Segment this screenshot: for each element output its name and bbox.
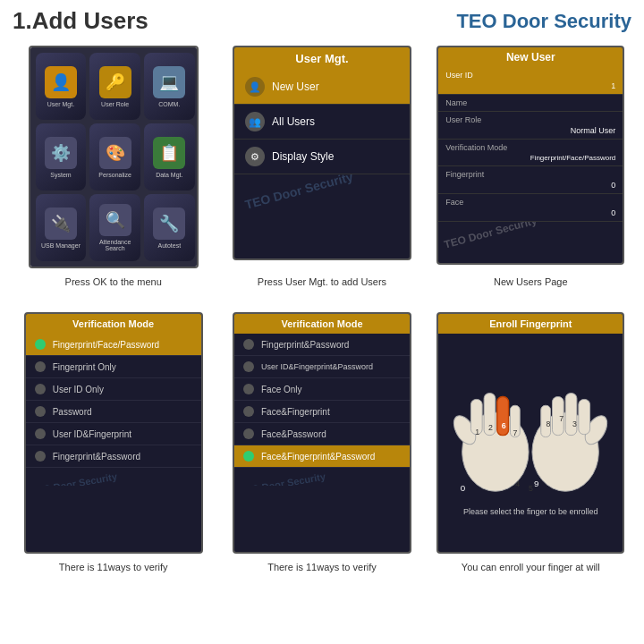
icon-user-role[interactable]: 🔑User Role [89,53,140,120]
enroll-header: Enroll Fingerprint [438,314,623,334]
verify-item-face-only[interactable]: Face Only [234,378,410,401]
caption-r2c3: You can enroll your finger at will [427,559,635,581]
svg-text:7: 7 [513,428,518,437]
icon-user-mgt.[interactable]: 👤User Mgt. [36,53,87,120]
svg-text:0: 0 [461,483,466,493]
svg-text:6: 6 [502,421,506,430]
menu-item-displaystyle[interactable]: ⚙ Display Style [234,140,410,174]
caption-r1c3: New Users Page [427,274,635,296]
verify-label: Password [53,407,92,417]
screen-enroll: Enroll Fingerprint [436,312,624,554]
svg-text:2: 2 [488,423,493,432]
verify-label: Fingerprint Only [53,362,116,372]
screen-verify1: Verification Mode Fingerprint/Face/Passw… [24,312,203,554]
screen-newuser: New User User ID 1 Name User Role Normal… [436,46,624,265]
svg-rect-14 [565,394,577,436]
svg-text:7: 7 [560,414,564,423]
verify-item-face-fp[interactable]: Face&Fingerprint [234,401,410,423]
menu-item-allusers[interactable]: 👥 All Users [234,105,410,140]
verify-label: Face&Fingerprint&Password [261,452,375,462]
icon-personalize[interactable]: 🎨Personalize [89,123,140,191]
icon-usb-manager[interactable]: 🔌USB Manager [36,194,87,261]
verify-item-fp-face-pw[interactable]: Fingerprint/Face/Password [26,334,201,356]
usermgt-header: User Mgt. [234,47,410,70]
caption-r1c1: Press OK to the menu [9,274,217,296]
displaystyle-label: Display Style [272,150,334,163]
svg-text:8: 8 [547,419,551,428]
verify-item-userid-only[interactable]: User ID Only [26,378,201,401]
hand-svg: 0 1 2 6 7 [447,341,614,497]
screen-verify2: Verification Mode Fingerprint&Password U… [233,312,411,554]
verify-item-uid-fp-pw[interactable]: User ID&Fingerprint&Password [234,356,410,378]
hand-diagram: 0 1 2 6 7 [438,334,623,504]
caption-r2c2: There is 11ways to verify [217,559,426,581]
dot-v2-3 [243,406,254,417]
cell-newuser-form: New User User ID 1 Name User Role Normal… [427,40,635,274]
caption-r1c2: Press User Mgt. to add Users [217,274,426,296]
dot-v2-1 [243,361,254,372]
verify-item-password[interactable]: Password [26,401,201,423]
icon-attendance-search[interactable]: 🔍Attendance Search [89,194,140,261]
row2-captions: There is 11ways to verify There is 11way… [0,559,644,581]
menu-item-newuser[interactable]: 👤 New User [234,70,410,105]
verify-item-fp-pw[interactable]: Fingerprint&Password [26,445,201,468]
verify-label: Fingerprint&Password [53,452,140,462]
icon-grid: 👤User Mgt.🔑User Role💻COMM.⚙️System🎨Perso… [30,47,199,267]
icon-system[interactable]: ⚙️System [36,123,87,191]
dot-v2-4 [243,428,254,439]
verify-item-userid-fp[interactable]: User ID&Fingerprint [26,423,201,445]
screen-usermgt: User Mgt. 👤 New User 👥 All Users ⚙ Displ… [233,46,411,260]
verify-label: Face&Fingerprint [261,407,330,417]
verify2-header: Verification Mode [234,314,410,334]
verify-label: Face&Password [261,429,326,439]
dot-1 [35,361,46,372]
field-fingerprint: Fingerprint 0 [438,166,623,194]
svg-text:3: 3 [572,419,577,428]
verify-label: User ID Only [53,385,104,394]
row2-grid: Verification Mode Fingerprint/Face/Passw… [0,307,644,559]
field-name: Name [438,95,623,112]
displaystyle-icon: ⚙ [245,147,265,166]
allusers-label: All Users [272,115,315,128]
caption-r2c1: There is 11ways to verify [9,559,217,581]
verify-item-face-fp-pw[interactable]: Face&Fingerprint&Password [234,445,410,468]
verify-label: Fingerprint&Password [261,340,349,350]
verify-label: Fingerprint/Face/Password [53,340,160,350]
verify-item-fp-only[interactable]: Fingerprint Only [26,356,201,378]
cell-verify2: Verification Mode Fingerprint&Password U… [217,307,426,559]
cell-enroll: Enroll Fingerprint [427,307,635,559]
svg-text:1: 1 [476,428,480,436]
verify-label: User ID&Fingerprint&Password [261,362,373,371]
watermark-v1: TEO Door Security [30,468,197,486]
brand-text: TEO Door Security [456,10,631,33]
verify-item-fp-pw2[interactable]: Fingerprint&Password [234,334,410,356]
cell-icon-grid: 👤User Mgt.🔑User Role💻COMM.⚙️System🎨Perso… [9,40,217,274]
dot-4 [35,428,46,439]
watermark-2: TEO Door Security [243,174,354,212]
dot-3 [35,406,46,417]
screen-menu: 👤User Mgt.🔑User Role💻COMM.⚙️System🎨Perso… [29,46,199,268]
enroll-footer: Please select the finger to be enrolled [438,504,623,521]
dot-v2-0 [243,339,254,350]
newuser-form-header: New User [438,47,623,67]
verify-label: Face Only [261,385,302,394]
icon-comm.[interactable]: 💻COMM. [144,53,195,120]
icon-autotest[interactable]: 🔧Autotest [144,194,195,261]
row1-grid: 👤User Mgt.🔑User Role💻COMM.⚙️System🎨Perso… [0,40,644,274]
dot-v2-5 [243,451,254,462]
svg-text:5: 5 [529,484,533,493]
field-face: Face 0 [438,194,623,222]
watermark-v2: TEO Door Security [238,468,405,486]
newuser-icon: 👤 [245,77,265,97]
cell-verify1: Verification Mode Fingerprint/Face/Passw… [9,307,217,559]
svg-text:9: 9 [534,479,538,488]
field-userrole: User Role Normal User [438,112,623,140]
icon-data-mgt.[interactable]: 📋Data Mgt. [144,123,195,191]
allusers-icon: 👥 [245,112,265,131]
newuser-label: New User [272,80,319,93]
field-verifymode: Verification Mode Fingerprint/Face/Passw… [438,140,623,166]
verify-item-face-pw[interactable]: Face&Password [234,423,410,445]
verify1-header: Verification Mode [26,314,201,334]
field-userid: User ID 1 [438,67,623,95]
svg-text:4: 4 [516,479,521,488]
